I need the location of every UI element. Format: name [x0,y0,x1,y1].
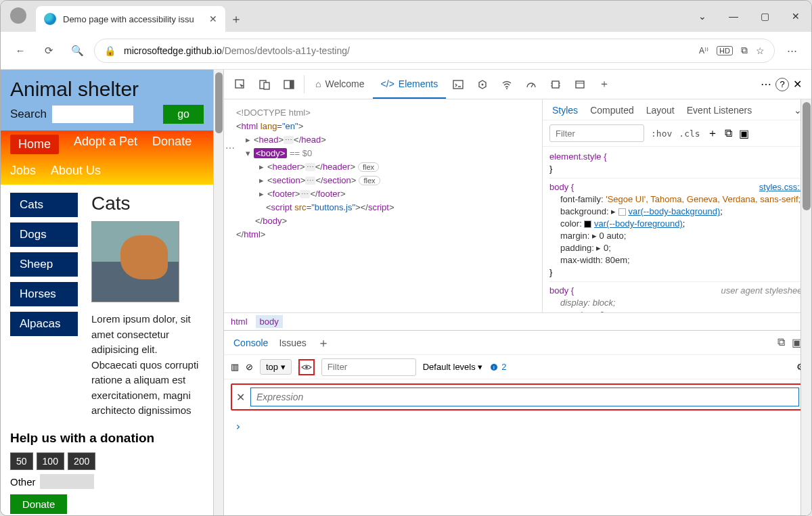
amount-50[interactable]: 50 [10,452,33,470]
drawer-tab-console[interactable]: Console [233,337,268,348]
nav-home[interactable]: Home [10,135,59,154]
styles-tab-event[interactable]: Event Listeners [687,105,752,116]
new-tab-button[interactable]: ＋ [225,8,247,30]
drawer-dock-icon[interactable]: ⧉ [777,336,785,349]
help-icon[interactable]: ? [775,78,789,91]
svg-rect-9 [552,81,559,88]
stylesheet-link[interactable]: styles.css:1 [759,181,805,193]
address-bar[interactable]: 🔒 microsoftedge.github.io/Demos/devtools… [94,39,775,63]
console-filter-input[interactable] [321,358,416,376]
nav-about[interactable]: About Us [51,164,101,178]
crumb-body[interactable]: body [256,315,283,328]
drawer-tab-issues[interactable]: Issues [279,337,306,348]
live-expression-input[interactable] [250,388,799,406]
close-expression-icon[interactable]: ✕ [236,391,245,404]
memory-icon[interactable] [543,70,568,99]
donate-button[interactable]: Donate [10,494,67,514]
devtools-tabbar: ⌂ Welcome </> Elements ＋ ⋯ ? ✕ [224,70,811,99]
cls-toggle[interactable]: .cls [679,128,700,139]
performance-icon[interactable] [519,70,543,99]
rendered-page: Animal shelter Search go Home Adopt a Pe… [1,70,213,516]
sidebar-item-dogs[interactable]: Dogs [10,222,78,247]
refresh-button[interactable]: ⟳ [37,39,60,62]
svg-point-16 [305,366,308,369]
more-tabs-button[interactable]: ＋ [592,70,616,99]
amount-100[interactable]: 100 [37,452,64,470]
go-button[interactable]: go [163,105,204,124]
log-levels-selector[interactable]: Default levels ▾ [423,362,483,372]
svg-point-7 [506,88,508,89]
close-window-button[interactable]: ✕ [780,1,811,32]
favorite-icon[interactable]: ☆ [756,45,765,56]
read-aloud-icon[interactable]: A⁾⁾ [699,46,708,55]
browser-tab[interactable]: Demo page with accessibility issu ✕ [36,6,225,32]
chevron-down-icon[interactable]: ⌄ [687,1,718,32]
devtools-scrollbar[interactable] [800,99,811,516]
main-heading: Cats [91,193,204,214]
computed-panel-icon[interactable]: ▣ [739,127,749,140]
sidebar-item-sheep[interactable]: Sheep [10,252,78,277]
help-heading: Help us with a donation [10,431,204,446]
search-label: Search [10,108,47,121]
maximize-button[interactable]: ▢ [749,1,780,32]
screenshot-icon[interactable]: ⧉ [741,45,748,56]
styles-tab-computed[interactable]: Computed [590,105,634,116]
application-icon[interactable] [568,70,592,99]
sidebar-item-cats[interactable]: Cats [10,193,78,217]
console-sidebar-icon[interactable]: ▥ [231,362,239,372]
console-prompt[interactable]: › [231,417,805,436]
lock-icon: 🔒 [104,45,116,56]
device-toggle-icon[interactable] [252,70,277,99]
sources-icon[interactable] [470,70,495,99]
network-icon[interactable] [495,70,519,99]
tab-title: Demo page with accessibility issu [63,14,202,24]
nav-jobs[interactable]: Jobs [10,164,36,178]
svg-text:i: i [493,365,495,371]
hd-icon[interactable]: HD [717,46,733,55]
tab-welcome[interactable]: ⌂ Welcome [307,70,373,99]
copy-styles-icon[interactable]: ⧉ [725,127,732,139]
back-button[interactable]: ← [9,39,32,62]
live-expression-row: ✕ [231,383,805,411]
sidebar-item-horses[interactable]: Horses [10,282,78,306]
crumb-html[interactable]: html [231,316,248,327]
styles-tab-layout[interactable]: Layout [646,105,675,116]
svg-rect-5 [453,80,463,89]
nav-adopt[interactable]: Adopt a Pet [74,135,137,154]
other-amount-input[interactable] [40,474,94,489]
live-expression-icon[interactable] [298,359,315,375]
dom-tree[interactable]: ⋯ <!DOCTYPE html> <html lang="en"> ▸<hea… [224,99,542,312]
svg-point-6 [482,83,484,85]
sidebar-item-alpacas[interactable]: Alpacas [10,312,78,336]
inspect-icon[interactable] [228,70,252,99]
svg-rect-2 [264,83,269,89]
browser-toolbar: ← ⟳ 🔍 🔒 microsoftedge.github.io/Demos/de… [1,32,811,70]
hov-toggle[interactable]: :hov [651,128,672,139]
tab-elements[interactable]: </> Elements [373,70,447,99]
close-tab-icon[interactable]: ✕ [209,14,217,24]
page-scrollbar[interactable] [213,70,223,516]
dock-icon[interactable] [277,70,301,99]
devtools-close-icon[interactable]: ✕ [793,78,802,91]
minimize-button[interactable]: — [718,1,749,32]
issues-count[interactable]: i 2 [489,362,506,372]
nav-donate[interactable]: Donate [152,135,191,154]
styles-filter-input[interactable] [549,124,644,142]
styles-tab-styles[interactable]: Styles [552,105,578,116]
new-style-icon[interactable]: ＋ [707,126,718,141]
drawer-add-tab[interactable]: ＋ [317,335,330,351]
context-selector[interactable]: top ▾ [260,359,292,375]
edge-icon [44,13,56,25]
styles-pane: Styles Computed Layout Event Listeners ⌄… [542,99,811,312]
site-search-input[interactable] [52,105,133,123]
devtools-panel: ⌂ Welcome </> Elements ＋ ⋯ ? ✕ ⋯ [224,70,811,516]
devtools-more-icon[interactable]: ⋯ [761,78,771,91]
menu-button[interactable]: ⋯ [780,39,803,62]
console-clear-icon[interactable]: ⊘ [246,362,253,372]
search-button[interactable]: 🔍 [66,39,89,62]
amount-200[interactable]: 200 [68,452,95,470]
profile-avatar[interactable] [10,7,26,24]
page-title: Animal shelter [10,78,204,101]
cat-image [91,221,179,302]
console-icon[interactable] [446,70,470,99]
